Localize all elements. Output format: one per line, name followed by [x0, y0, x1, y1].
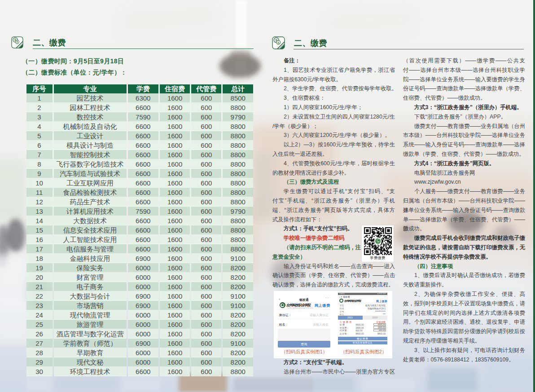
svg-text:S: S — [277, 41, 279, 44]
svg-text:S: S — [16, 40, 18, 43]
